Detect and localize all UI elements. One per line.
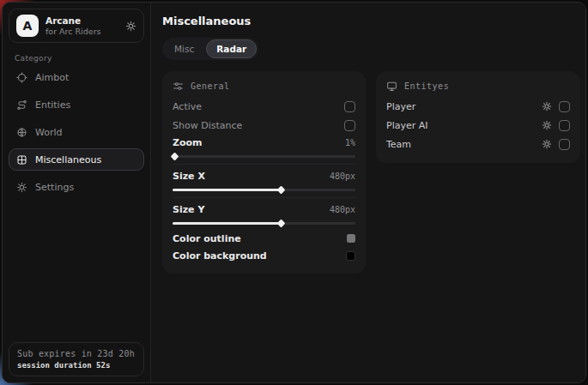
account-gear-icon[interactable] (125, 21, 136, 32)
size-y-value: 480px (330, 205, 355, 214)
app-window: A Arcane for Arc Riders Category (2, 2, 586, 383)
color-outline-swatch[interactable] (347, 234, 355, 243)
sidebar: A Arcane for Arc Riders Category (3, 3, 151, 382)
entities-panel-header: Entityes (386, 81, 570, 92)
entity-row-player: Player (386, 97, 570, 116)
tab-radar[interactable]: Radar (206, 39, 257, 58)
entities-panel-title: Entityes (404, 81, 449, 91)
grid-icon (16, 154, 27, 165)
slider-track (173, 155, 355, 158)
slider-fill (173, 189, 281, 191)
general-panel: General Active Show Distance Zoom 1% (162, 71, 366, 274)
setting-row-color-outline: Color outline (173, 230, 355, 247)
logo-card: A Arcane for Arc Riders (9, 9, 144, 43)
monitor-icon (386, 81, 397, 92)
sidebar-item-world[interactable]: World (9, 121, 144, 143)
globe-icon (16, 127, 27, 138)
general-panel-header: General (173, 81, 355, 92)
sidebar-item-label: Miscellaneous (35, 154, 101, 165)
setting-row-size-y: Size Y 480px (173, 197, 355, 227)
general-panel-title: General (191, 81, 230, 91)
panels-row: General Active Show Distance Zoom 1% (162, 71, 580, 274)
page-title: Miscellaneous (162, 15, 580, 27)
tab-misc[interactable]: Misc (164, 39, 204, 58)
setting-row-size-x: Size X 480px (173, 164, 355, 194)
subscription-info: Sub expires in 23d 20h session duration … (9, 342, 144, 376)
setting-label: Color background (173, 250, 267, 262)
zoom-slider[interactable] (173, 152, 355, 160)
app-logo: A (16, 15, 39, 37)
slider-thumb[interactable] (276, 220, 285, 228)
crosshair-icon (16, 72, 27, 83)
zoom-value: 1% (345, 138, 355, 147)
setting-label: Show Distance (173, 120, 242, 131)
sidebar-item-label: World (35, 127, 63, 138)
session-duration-text: session duration 52s (17, 361, 136, 370)
player-checkbox[interactable] (559, 101, 570, 112)
setting-row-show-distance: Show Distance (173, 116, 355, 135)
route-icon (16, 99, 27, 111)
tab-bar: Misc Radar (162, 38, 258, 60)
color-background-swatch[interactable] (346, 251, 355, 261)
team-settings-gear-icon[interactable] (542, 139, 552, 149)
sidebar-item-entities[interactable]: Entities (9, 93, 144, 116)
sidebar-item-label: Entities (35, 99, 70, 111)
entity-label: Player AI (386, 120, 428, 131)
logo-text: Arcane for Arc Riders (45, 15, 118, 36)
entity-label: Player (386, 101, 415, 112)
active-checkbox[interactable] (344, 101, 355, 112)
slider-fill (173, 222, 281, 225)
setting-label: Size X (173, 171, 205, 182)
entity-row-team: Team (386, 135, 570, 153)
show-distance-checkbox[interactable] (344, 120, 355, 131)
slider-thumb[interactable] (171, 153, 179, 161)
sliders-icon (173, 81, 184, 92)
setting-label: Zoom (173, 137, 203, 148)
entities-panel: Entityes Player P (376, 71, 580, 163)
sidebar-nav: Aimbot Entities World (3, 66, 150, 198)
app-subtitle: for Arc Riders (45, 27, 118, 36)
category-label: Category (15, 54, 150, 63)
setting-label: Color outline (173, 233, 241, 244)
entity-row-player-ai: Player AI (386, 116, 570, 135)
setting-row-color-background: Color background (173, 247, 355, 264)
setting-row-zoom: Zoom 1% (173, 135, 355, 160)
sidebar-item-settings[interactable]: Settings (9, 176, 144, 198)
player-ai-settings-gear-icon[interactable] (542, 120, 552, 130)
size-x-value: 480px (330, 171, 355, 181)
slider-thumb[interactable] (276, 186, 285, 195)
sub-expiry-text: Sub expires in 23d 20h (17, 349, 136, 358)
size-x-slider[interactable] (173, 185, 355, 194)
sidebar-item-aimbot[interactable]: Aimbot (9, 66, 144, 88)
player-settings-gear-icon[interactable] (542, 101, 552, 111)
gear-icon (16, 182, 27, 193)
setting-label: Size Y (173, 204, 204, 215)
size-y-slider[interactable] (173, 219, 355, 227)
main-content: Miscellaneous Misc Radar General Active (151, 3, 586, 382)
player-ai-checkbox[interactable] (559, 120, 570, 131)
setting-row-active: Active (173, 97, 355, 116)
setting-label: Active (173, 101, 202, 112)
sidebar-item-label: Aimbot (35, 72, 69, 83)
sidebar-item-miscellaneous[interactable]: Miscellaneous (9, 148, 144, 171)
app-title: Arcane (45, 15, 118, 27)
team-checkbox[interactable] (559, 139, 570, 150)
entity-label: Team (386, 139, 411, 150)
sidebar-item-label: Settings (35, 182, 74, 193)
